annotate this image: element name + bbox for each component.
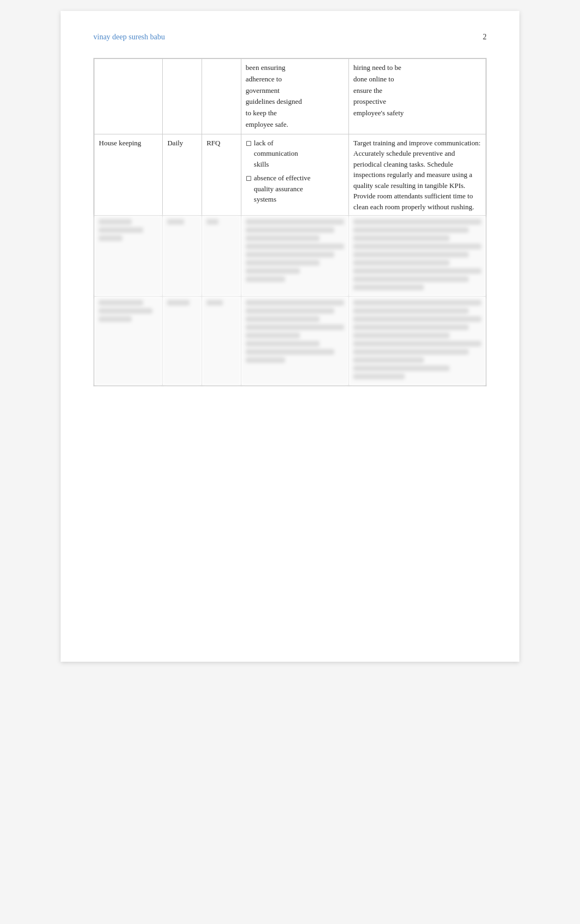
frequency-daily: Daily xyxy=(163,134,202,216)
main-table: been ensuring adherence to government gu… xyxy=(93,58,487,386)
bullet-icon: ◻ xyxy=(246,138,252,170)
page-header: vinay deep suresh babu 2 xyxy=(93,33,487,42)
risk-text-2: absence of effectivequality assurancesys… xyxy=(254,173,311,205)
risks-housekeeping: ◻ lack ofcommunicationskills ◻ absence o… xyxy=(241,134,348,216)
blurred-category-2 xyxy=(94,297,163,386)
solutions-housekeeping: Target training and improve communicatio… xyxy=(349,134,486,216)
blurred-freq-2 xyxy=(163,297,202,386)
table-row xyxy=(94,216,486,297)
table-row: House keeping Daily RFQ ◻ lack ofcommuni… xyxy=(94,134,486,216)
author-name: vinay deep suresh babu xyxy=(93,33,165,42)
blurred-type-1 xyxy=(202,216,241,297)
solutions-cell: hiring need to be done online to ensure … xyxy=(349,59,486,134)
blurred-freq-1 xyxy=(163,216,202,297)
solutions-continuation-text: hiring need to be done online to ensure … xyxy=(353,62,481,119)
bullet-icon: ◻ xyxy=(246,173,252,205)
risks-cell: been ensuring adherence to government gu… xyxy=(241,59,348,134)
blurred-solutions-2 xyxy=(349,297,486,386)
type-cell xyxy=(202,59,241,134)
table-row xyxy=(94,297,486,386)
risk-item-2: ◻ absence of effectivequality assurances… xyxy=(246,173,344,205)
risk-text-1: lack ofcommunicationskills xyxy=(254,138,298,170)
type-rfq: RFQ xyxy=(202,134,241,216)
frequency-cell xyxy=(163,59,202,134)
document-page: vinay deep suresh babu 2 been ensuring a… xyxy=(61,11,519,662)
risks-continuation-text: been ensuring adherence to government gu… xyxy=(246,62,344,131)
risk-item-1: ◻ lack ofcommunicationskills xyxy=(246,138,344,170)
blurred-category-1 xyxy=(94,216,163,297)
category-housekeeping: House keeping xyxy=(94,134,163,216)
blurred-risks-1 xyxy=(241,216,348,297)
page-number: 2 xyxy=(483,33,487,42)
blurred-risks-2 xyxy=(241,297,348,386)
category-cell xyxy=(94,59,163,134)
blurred-solutions-1 xyxy=(349,216,486,297)
solutions-text: Target training and improve communicatio… xyxy=(353,139,481,211)
blurred-type-2 xyxy=(202,297,241,386)
table-row: been ensuring adherence to government gu… xyxy=(94,59,486,134)
